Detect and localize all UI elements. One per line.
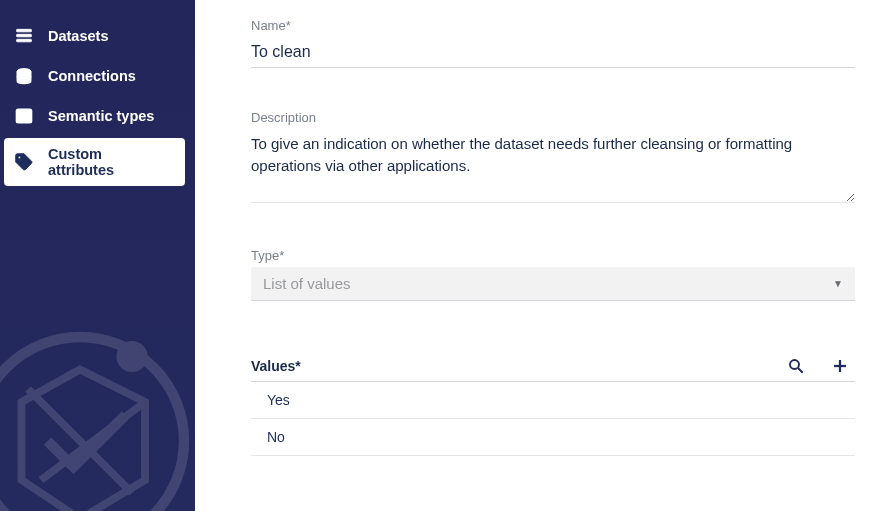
name-field-group: Name*: [251, 18, 855, 68]
value-row[interactable]: No: [251, 419, 855, 456]
type-label: Type*: [251, 248, 855, 263]
svg-line-9: [798, 369, 803, 374]
sidebar-item-label: Semantic types: [48, 108, 154, 124]
description-label: Description: [251, 110, 855, 125]
main-content: Name* Description Type* List of values ▼…: [195, 0, 883, 511]
sidebar-item-semantic-types[interactable]: Az Semantic types: [0, 98, 195, 134]
svg-text:Az: Az: [19, 112, 28, 121]
add-value-button[interactable]: [825, 357, 855, 375]
name-label: Name*: [251, 18, 855, 33]
svg-point-8: [790, 360, 799, 369]
svg-rect-0: [17, 29, 32, 32]
chevron-down-icon: ▼: [833, 278, 843, 289]
type-field-group: Type* List of values ▼: [251, 248, 855, 301]
svg-rect-2: [17, 39, 32, 42]
sidebar-item-label: Datasets: [48, 28, 108, 44]
search-icon: [787, 357, 805, 375]
plus-icon: [831, 357, 849, 375]
sidebar-item-label: Connections: [48, 68, 136, 84]
value-row[interactable]: Yes: [251, 382, 855, 419]
connections-icon: [14, 66, 34, 86]
custom-attributes-icon: [14, 152, 34, 172]
datasets-icon: [14, 26, 34, 46]
type-select[interactable]: List of values ▼: [251, 267, 855, 301]
description-textarea[interactable]: [251, 129, 855, 203]
svg-point-7: [116, 341, 147, 372]
svg-point-6: [0, 337, 184, 511]
sidebar-item-connections[interactable]: Connections: [0, 58, 195, 94]
svg-rect-1: [17, 34, 32, 37]
semantic-types-icon: Az: [14, 106, 34, 126]
name-input[interactable]: [251, 37, 855, 68]
description-field-group: Description: [251, 110, 855, 206]
sidebar-background-graphic: [0, 311, 195, 511]
values-header: Values*: [251, 357, 855, 382]
sidebar: Datasets Connections Az Semantic types C…: [0, 0, 195, 511]
search-values-button[interactable]: [781, 357, 811, 375]
values-section: Values* Yes No: [251, 357, 855, 456]
sidebar-item-custom-attributes[interactable]: Custom attributes: [4, 138, 185, 186]
sidebar-item-datasets[interactable]: Datasets: [0, 18, 195, 54]
type-selected-value: List of values: [263, 275, 833, 292]
sidebar-item-label: Custom attributes: [48, 146, 171, 178]
values-title: Values*: [251, 358, 767, 374]
